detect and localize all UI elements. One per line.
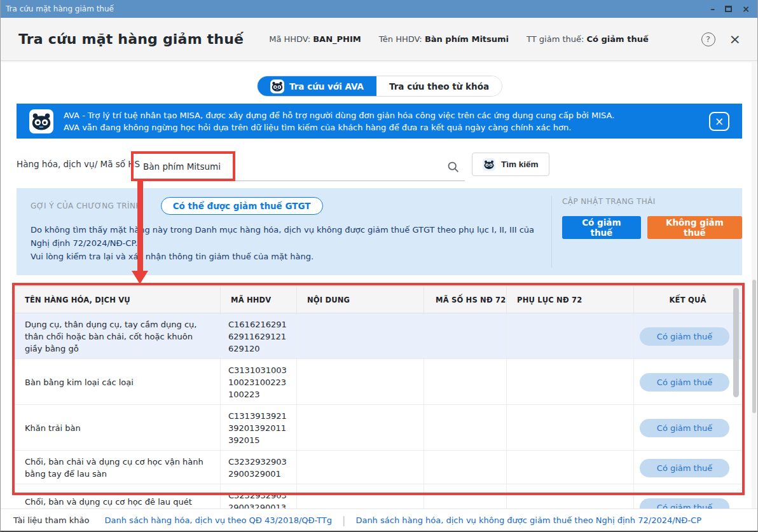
banner-text: AVA - Trợ lý trí tuệ nhân tạo MISA, được… [64, 109, 700, 133]
search-button[interactable]: Tìm kiếm [472, 153, 549, 176]
banner-line-2: AVA vẫn đang không ngừng học hỏi dựa trê… [64, 121, 700, 133]
item-name-cell: Chổi, bàn và dụng cụ cơ học đê lau quét … [15, 484, 220, 508]
window-maximize-icon[interactable] [725, 6, 732, 12]
window-close-icon[interactable]: × [742, 4, 750, 13]
result-badge[interactable]: Có giảm thuế [640, 373, 729, 392]
status-heading: CẬP NHẬT TRẠNG THÁI [562, 197, 742, 206]
meta-ten-hhdv: Tên HHDV: Bàn phím Mitsumi [379, 34, 509, 44]
item-name-cell: Dụng cụ, thân dụng cụ, tay cầm dụng cụ, … [15, 313, 220, 358]
result-badge[interactable]: Có giảm thuế [640, 419, 729, 437]
item-codes-cell: C32329329032900329001 [220, 451, 296, 484]
item-codes-cell: C161621629162911629121629120 [220, 313, 296, 358]
dialog-header: Tra cứu mặt hàng giảm thuế Mã HHDV: BAN_… [1, 18, 758, 61]
result-cell: Có giảm thuế [633, 405, 741, 450]
table-scrollbar[interactable] [733, 288, 739, 397]
hs-code-cell [424, 484, 506, 508]
suggestion-panel: GỢI Ý CỦA CHƯƠNG TRÌNH Có thể được giảm … [17, 188, 742, 275]
banner-line-1: AVA - Trợ lý trí tuệ nhân tạo MISA, được… [64, 109, 700, 121]
content-cell [296, 484, 424, 508]
header-meta: Mã HHDV: BAN_PHIM Tên HHDV: Bàn phím Mit… [269, 34, 701, 44]
table-row[interactable]: Dụng cụ, thân dụng cụ, tay cầm dụng cụ, … [15, 313, 741, 359]
item-codes-cell: C131391392139201392011392015 [220, 405, 296, 450]
suggestion-text: Do không tìm thấy mặt hàng này trong Dan… [31, 223, 539, 263]
page-scrollbar[interactable] [752, 280, 756, 413]
hs-code-cell [424, 313, 506, 358]
meta-tt-giam-thue: TT giảm thuế: Có giảm thuế [527, 34, 649, 44]
result-badge[interactable]: Có giảm thuế [640, 327, 729, 346]
close-icon[interactable]: × [729, 33, 741, 46]
window-minimize-icon[interactable]: – [710, 4, 715, 13]
search-button-label: Tìm kiếm [501, 160, 539, 169]
search-field [134, 153, 465, 181]
tab-tra-cuu-theo-tu-khoa[interactable]: Tra cứu theo từ khóa [376, 76, 502, 96]
ava-icon [270, 79, 284, 93]
result-cell: Có giảm thuế [633, 359, 741, 404]
tab-label: Tra cứu với AVA [289, 81, 364, 92]
meta-ma-hhdv: Mã HHDV: BAN_PHIM [269, 34, 361, 44]
window-title: Tra cứu mặt hàng giảm thuế [6, 4, 710, 13]
footer: Tài liệu tham khảo Danh sách hàng hóa, d… [1, 508, 758, 531]
suggestion-badge: Có thể được giảm thuế GTGT [161, 197, 323, 215]
suggestion-text-2: Vui lòng kiểm tra lại và xác nhận thông … [31, 250, 539, 263]
reference-link-qd43[interactable]: Danh sách hàng hóa, dịch vụ theo QĐ 43/2… [105, 515, 333, 525]
tab-tra-cuu-voi-ava[interactable]: Tra cứu với AVA [258, 76, 376, 96]
result-cell: Có giảm thuế [633, 484, 741, 508]
no-reduction-button[interactable]: Không giảm thuế [647, 216, 742, 239]
annex-cell [506, 359, 633, 404]
reference-link-nd72[interactable]: Danh sách hàng hóa, dịch vụ không được g… [355, 515, 701, 525]
ava-banner: AVA - Trợ lý trí tuệ nhân tạo MISA, được… [17, 104, 742, 139]
results-table: TÊN HÀNG HÓA, DỊCH VỤMÃ HHDVNỘI DUNGMÃ S… [15, 286, 741, 508]
search-input[interactable] [134, 153, 439, 180]
table-row[interactable]: Bàn bằng kim loại các loạiC3131031003100… [15, 359, 741, 405]
suggestion-text-1: Do không tìm thấy mặt hàng này trong Dan… [31, 223, 539, 250]
table-row[interactable]: Chổi, bàn và dụng cụ cơ học đê lau quét … [15, 484, 741, 508]
result-cell: Có giảm thuế [633, 313, 741, 358]
search-field-label: Hàng hóa, dịch vụ/ Mã số HS [17, 159, 140, 169]
divider [551, 196, 552, 268]
table-row[interactable]: Khăn trải bànC13139139213920139201139201… [15, 405, 741, 451]
column-header: MÃ SỐ HS NĐ 72 [424, 287, 506, 313]
column-header: NỘI DUNG [296, 287, 424, 313]
column-header: PHỤ LỤC NĐ 72 [506, 287, 633, 313]
table-body: Dụng cụ, thân dụng cụ, tay cầm dụng cụ, … [15, 313, 741, 508]
ava-icon [29, 109, 53, 133]
footer-label: Tài liệu tham khảo [13, 515, 90, 525]
annex-cell [506, 405, 633, 450]
hs-code-cell [424, 451, 506, 484]
table-row[interactable]: Chổi, bàn chải và dụng cụ cơ học vận hàn… [15, 451, 741, 484]
help-icon[interactable]: ? [701, 32, 715, 46]
annex-cell [506, 313, 633, 358]
content-cell [296, 405, 424, 450]
column-header: MÃ HHDV [220, 287, 296, 313]
divider: | [342, 514, 345, 526]
item-codes-cell: C323293290329003290013290011 [220, 484, 296, 508]
search-icon[interactable] [446, 160, 460, 174]
column-header: TÊN HÀNG HÓA, DỊCH VỤ [15, 287, 220, 313]
hs-code-cell [424, 405, 506, 450]
suggestion-heading: GỢI Ý CỦA CHƯƠNG TRÌNH [31, 201, 142, 210]
banner-close-icon[interactable]: × [709, 112, 729, 131]
result-badge[interactable]: Có giảm thuế [640, 459, 729, 477]
item-name-cell: Chổi, bàn chải và dụng cụ cơ học vận hàn… [15, 451, 220, 484]
item-name-cell: Bàn bằng kim loại các loại [15, 359, 220, 404]
table-header-row: TÊN HÀNG HÓA, DỊCH VỤMÃ HHDVNỘI DUNGMÃ S… [15, 287, 741, 313]
result-badge[interactable]: Có giảm thuế [640, 498, 729, 508]
result-cell: Có giảm thuế [633, 451, 741, 484]
annex-cell [506, 451, 633, 484]
confirm-reduction-button[interactable]: Có giảm thuế [562, 216, 641, 239]
page-title: Tra cứu mặt hàng giảm thuế [18, 31, 244, 47]
item-codes-cell: C313103100310023100223100223 [220, 359, 296, 404]
item-name-cell: Khăn trải bàn [15, 405, 220, 450]
column-header: KẾT QUẢ [633, 287, 741, 313]
ava-icon [483, 158, 495, 171]
tab-label: Tra cứu theo từ khóa [389, 81, 489, 92]
annex-cell [506, 484, 633, 508]
content-cell [296, 359, 424, 404]
hs-code-cell [424, 359, 506, 404]
tabs-row: Tra cứu với AVA Tra cứu theo từ khóa [1, 76, 758, 97]
content-cell [296, 313, 424, 358]
content-cell [296, 451, 424, 484]
window-titlebar: Tra cứu mặt hàng giảm thuế – × [1, 0, 758, 18]
